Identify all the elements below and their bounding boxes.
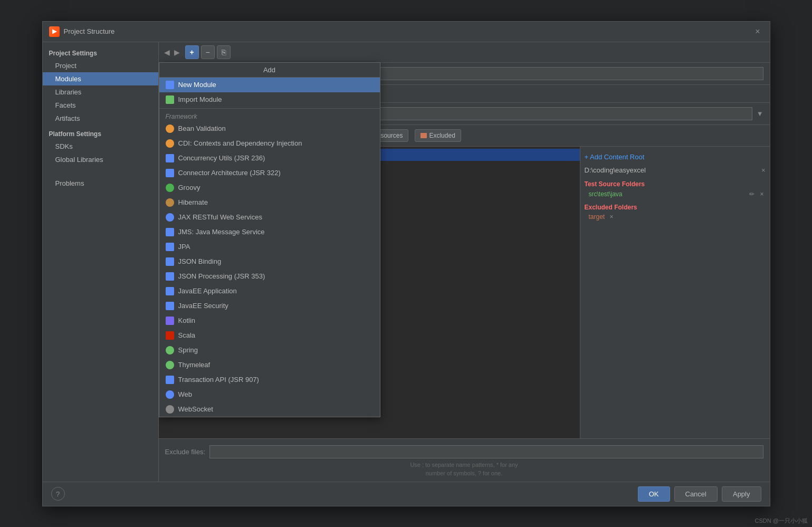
forward-button[interactable]: ▶ <box>173 48 181 56</box>
test-source-path-row: src\test\java ✏ × <box>585 189 766 199</box>
framework-groovy[interactable]: Groovy <box>159 180 380 195</box>
add-button[interactable]: + <box>185 45 199 59</box>
jms-icon <box>166 228 174 236</box>
copy-button[interactable]: ⎘ <box>217 45 231 59</box>
titlebar: ▶ Project Structure × <box>43 22 770 42</box>
main-content: ↑ ◀ ▶ + − ⎘ Add New Module <box>159 42 770 482</box>
framework-bean-validation[interactable]: Bean Validation <box>159 121 380 136</box>
remove-content-root-btn[interactable]: × <box>761 166 766 174</box>
exclude-files-label: Exclude files: <box>165 448 206 456</box>
framework-json-processing[interactable]: JSON Processing (JSR 353) <box>159 269 380 284</box>
edit-test-source-btn[interactable]: ✏ <box>748 190 756 198</box>
dialog-footer: ? OK Cancel Apply <box>43 482 770 506</box>
framework-section-label: Framework <box>159 110 380 121</box>
app-icon: ▶ <box>49 26 60 37</box>
footer-right: OK Cancel Apply <box>638 486 761 502</box>
exclude-hint1: Use ; to separate name patterns, * for a… <box>165 461 763 469</box>
dialog-title: Project Structure <box>64 27 115 35</box>
back-button[interactable]: ◀ <box>163 48 171 56</box>
project-settings-label: Project Settings <box>43 46 158 59</box>
new-module-icon <box>166 81 174 89</box>
help-button[interactable]: ? <box>51 487 65 501</box>
sidebar-item-libraries[interactable]: Libraries <box>43 85 158 99</box>
watermark: CSDN @一只小小狐 <box>755 517 808 525</box>
framework-kotlin[interactable]: Kotlin <box>159 313 380 328</box>
mark-excluded-btn[interactable]: Excluded <box>415 129 461 142</box>
delete-excluded-btn[interactable]: × <box>610 213 614 221</box>
nav-arrows: ◀ ▶ <box>163 48 181 56</box>
sidebar-item-facets[interactable]: Facets <box>43 99 158 112</box>
new-module-item[interactable]: New Module <box>159 78 380 92</box>
cdi-icon <box>166 139 174 148</box>
web-icon <box>166 390 174 399</box>
scala-icon <box>166 331 174 340</box>
add-dropdown: Add New Module Import Module Framework <box>159 62 380 417</box>
sidebar-item-project[interactable]: Project <box>43 59 158 72</box>
framework-jpa[interactable]: JPA <box>159 239 380 254</box>
close-button[interactable]: × <box>752 26 763 37</box>
dialog-body: Project Settings Project Modules Librari… <box>43 42 770 482</box>
connector-icon <box>166 169 174 177</box>
sidebar: Project Settings Project Modules Librari… <box>43 42 159 482</box>
spring-icon <box>166 346 174 354</box>
javaee-app-icon <box>166 287 174 295</box>
jpa-icon <box>166 243 174 251</box>
bean-validation-icon <box>166 124 174 133</box>
framework-web[interactable]: Web <box>159 387 380 402</box>
import-module-icon <box>166 95 174 104</box>
framework-concurrency[interactable]: Concurrency Utils (JSR 236) <box>159 151 380 166</box>
kotlin-icon <box>166 317 174 325</box>
add-content-root-btn[interactable]: + Add Content Root <box>585 151 766 163</box>
concurrency-icon <box>166 154 174 162</box>
sidebar-item-sdks[interactable]: SDKs <box>43 140 158 153</box>
bottom-area: Exclude files: Use ; to separate name pa… <box>159 438 770 482</box>
ok-button[interactable]: OK <box>638 486 670 502</box>
apply-button[interactable]: Apply <box>722 486 761 502</box>
excluded-path-row: target × <box>585 212 766 222</box>
jax-rs-icon <box>166 213 174 222</box>
sidebar-item-modules[interactable]: Modules <box>43 72 158 85</box>
exclude-files-input[interactable] <box>209 445 763 458</box>
framework-javaee-app[interactable]: JavaEE Application <box>159 284 380 299</box>
json-binding-icon <box>166 257 174 266</box>
framework-hibernate[interactable]: Hibernate <box>159 195 380 210</box>
sidebar-item-global-libraries[interactable]: Global Libraries <box>43 153 158 166</box>
dropdown-header: Add <box>159 63 380 78</box>
framework-connector[interactable]: Connector Architecture (JSR 322) <box>159 166 380 180</box>
groovy-icon <box>166 184 174 192</box>
framework-thymeleaf[interactable]: Thymeleaf <box>159 358 380 372</box>
import-module-item[interactable]: Import Module <box>159 92 380 107</box>
project-structure-dialog: ▶ Project Structure × Project Settings P… <box>42 21 770 506</box>
sidebar-item-artifacts[interactable]: Artifacts <box>43 112 158 125</box>
framework-json-binding[interactable]: JSON Binding <box>159 254 380 269</box>
exclude-files-row: Exclude files: <box>165 443 763 461</box>
title-left: ▶ Project Structure <box>49 26 115 37</box>
framework-spring[interactable]: Spring <box>159 343 380 358</box>
excluded-folders-header: Excluded Folders <box>585 199 766 212</box>
framework-scala[interactable]: Scala <box>159 328 380 343</box>
platform-settings-label: Platform Settings <box>43 125 158 140</box>
framework-javaee-sec[interactable]: JavaEE Security <box>159 299 380 313</box>
toolbar: ↑ ◀ ▶ + − ⎘ Add New Module <box>159 42 770 63</box>
framework-websocket[interactable]: WebSocket <box>159 402 380 417</box>
framework-transaction-api[interactable]: Transaction API (JSR 907) <box>159 372 380 387</box>
sidebar-item-problems[interactable]: Problems <box>43 177 158 190</box>
framework-cdi[interactable]: CDI: Contexts and Dependency Injection <box>159 136 380 151</box>
edit-delete-btns: ✏ × <box>748 190 765 198</box>
javaee-sec-icon <box>166 302 174 310</box>
transaction-api-icon <box>166 376 174 384</box>
delete-test-source-btn[interactable]: × <box>758 190 765 198</box>
json-processing-icon <box>166 272 174 281</box>
language-level-dropdown-arrow[interactable]: ▼ <box>757 110 763 118</box>
framework-jax-rs[interactable]: JAX RESTful Web Services <box>159 210 380 225</box>
hibernate-icon <box>166 198 174 207</box>
right-panel: + Add Content Root D:\coding\easyexcel ×… <box>580 147 770 438</box>
framework-jms[interactable]: JMS: Java Message Service <box>159 225 380 239</box>
excluded-folder-icon <box>421 133 427 138</box>
thymeleaf-icon <box>166 361 174 369</box>
content-root-path-text: D:\coding\easyexcel <box>585 166 646 174</box>
exclude-hint2: number of symbols, ? for one. <box>165 469 763 477</box>
cancel-button[interactable]: Cancel <box>674 486 718 502</box>
remove-button[interactable]: − <box>201 45 215 59</box>
footer-left: ? <box>51 487 65 501</box>
